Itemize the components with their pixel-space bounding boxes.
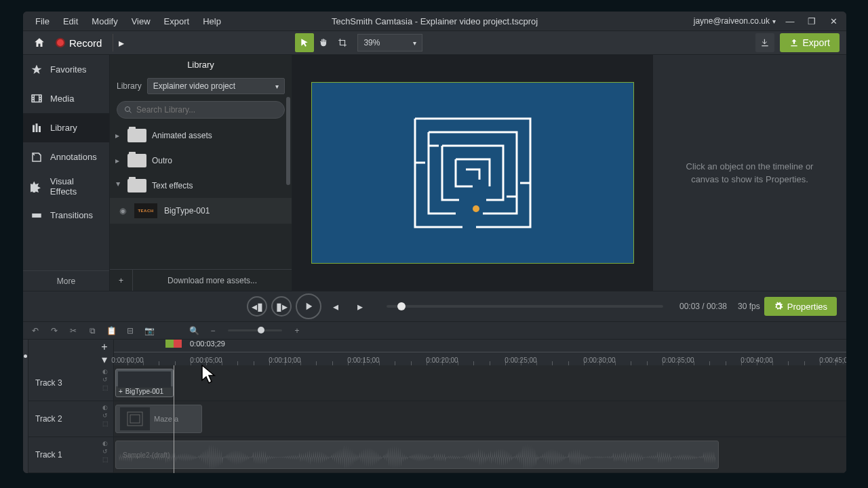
sidebar-item-favorites[interactable]: Favorites [23,55,109,84]
play-button[interactable] [296,293,321,319]
track-lane[interactable]: +BigType-001 [114,365,846,401]
account-menu[interactable]: jayne@raiveon.co.uk [694,16,776,26]
waveform [119,444,715,469]
playhead-time-label: 0:00:03;29 [190,340,225,348]
sidebar-item-annotations[interactable]: Annotations [23,142,109,171]
sidebar-more[interactable]: More [23,270,109,291]
library-asset[interactable]: ◉TEACHBigType-001 [110,198,292,224]
track-visibility-icon[interactable]: ◐ [102,440,111,447]
playback-time: 00:03 / 00:38 [679,302,727,311]
zoom-in-button[interactable]: + [290,324,304,338]
download-button[interactable] [755,33,774,52]
sidebar-item-library[interactable]: Library [23,113,109,142]
prev-marker-button[interactable]: ◂ [326,296,346,317]
track-visibility-icon[interactable]: ◐ [102,404,111,411]
redo-button[interactable]: ↷ [47,324,61,338]
zoom-value: 39% [363,38,380,47]
home-button[interactable] [30,33,49,52]
add-track-button[interactable]: + [98,341,111,353]
ruler-label: 0:00:20;00 [426,357,458,364]
split-button[interactable]: ⊟ [123,324,137,338]
menu-help[interactable]: Help [196,14,228,29]
library-folder[interactable]: ▸Outro [110,148,292,173]
record-icon [56,38,65,47]
gear-icon [774,302,783,311]
track-header[interactable]: Track 1◐↺⬚ [28,437,113,473]
copy-button[interactable]: ⧉ [85,324,99,338]
playback-slider[interactable] [387,305,663,308]
collapse-tracks-button[interactable]: ▾ [98,353,111,365]
chevron-icon: ▸ [115,156,122,165]
annotations-icon [30,150,43,164]
playhead-flag[interactable] [165,340,182,348]
zoom-out-button[interactable]: − [206,324,220,338]
sidebar-item-media[interactable]: Media [23,84,109,113]
maze-graphic [412,115,534,230]
clip-maze[interactable]: Maze a [115,405,202,433]
menu-modify[interactable]: Modify [85,14,124,29]
select-tool[interactable] [295,33,314,52]
pan-tool[interactable] [314,33,333,52]
track-lane[interactable]: Sample2-(draft) [114,437,846,473]
canvas-zoom-select[interactable]: 39% [357,34,422,52]
cut-button[interactable]: ✂ [66,324,80,338]
track-visibility-icon[interactable]: ◐ [102,368,111,375]
playback-bar: ◂▮ ▮▸ ◂ ▸ 00:03 / 00:38 30 fps Propertie… [23,291,846,322]
track-lock-icon[interactable]: ↺ [102,376,111,383]
chevron-icon: ▸ [115,131,122,140]
track-mute-icon[interactable]: ⬚ [102,456,111,463]
ruler-label: 0:00:10;00 [269,357,300,364]
maximize-button[interactable]: ❐ [804,14,819,28]
track-lane[interactable]: Maze a [114,401,846,437]
close-button[interactable]: ✕ [826,14,841,28]
paste-button[interactable]: 📋 [104,324,118,338]
library-search[interactable] [117,101,285,119]
favorites-icon [30,63,43,77]
record-step-button[interactable]: ▸ [113,34,129,52]
timeline-zoom-slider[interactable] [228,329,282,331]
track-mute-icon[interactable]: ⬚ [102,384,111,391]
track-lock-icon[interactable]: ↺ [102,412,111,419]
menu-edit[interactable]: Edit [56,14,85,29]
next-frame-button[interactable]: ▮▸ [271,296,292,317]
library-folder[interactable]: ▸Text effects [110,173,292,198]
library-scrollbar[interactable] [286,97,290,185]
timeline-ruler[interactable]: 0:00:03;29 0:00:00;000:00:05;000:00:10;0… [114,340,846,365]
preview-canvas[interactable] [311,82,634,264]
library-folder[interactable]: ▸Animated assets [110,123,292,148]
playhead-line[interactable] [174,365,174,473]
menu-view[interactable]: View [125,14,157,29]
main-toolbar: Record ▸ 39% Export [23,30,846,55]
properties-toggle-button[interactable]: Properties [764,297,837,316]
clip-audio[interactable]: Sample2-(draft) [115,441,719,469]
track-mute-icon[interactable]: ⬚ [102,420,111,427]
crop-tool[interactable] [333,33,352,52]
library-download-more[interactable]: Download more assets... [133,276,292,285]
clip-bigtype[interactable]: +BigType-001 [115,369,174,397]
track-header[interactable]: Track 3◐↺⬚ [28,365,113,401]
ruler-label: 0:00:45;00 [819,357,846,364]
library-selector[interactable]: Explainer video project [147,78,285,94]
svg-rect-4 [127,412,142,426]
undo-button[interactable]: ↶ [28,324,42,338]
prev-frame-button[interactable]: ◂▮ [247,296,267,317]
playback-fps: 30 fps [738,302,760,311]
track-header[interactable]: Track 2◐↺⬚ [28,401,113,437]
snapshot-button[interactable]: 📷 [142,324,156,338]
next-marker-button[interactable]: ▸ [350,296,370,317]
menu-file[interactable]: File [28,14,56,29]
export-button[interactable]: Export [780,33,840,52]
sidebar-item-transitions[interactable]: Transitions [23,201,109,230]
zoom-fit-button[interactable]: 🔍 [187,324,201,338]
marker-gutter-header [23,340,28,365]
library-search-input[interactable] [136,105,277,115]
menu-export[interactable]: Export [157,14,197,29]
search-icon [124,106,132,114]
track-lock-icon[interactable]: ↺ [102,448,111,455]
record-button[interactable]: Record [49,35,108,52]
track-header-controls: + ▾ [28,340,114,365]
ruler-label: 0:00:15;00 [347,357,379,364]
sidebar-item-visual-effects[interactable]: Visual Effects [23,171,109,201]
minimize-button[interactable]: — [783,14,797,28]
library-add-button[interactable]: + [110,270,133,291]
